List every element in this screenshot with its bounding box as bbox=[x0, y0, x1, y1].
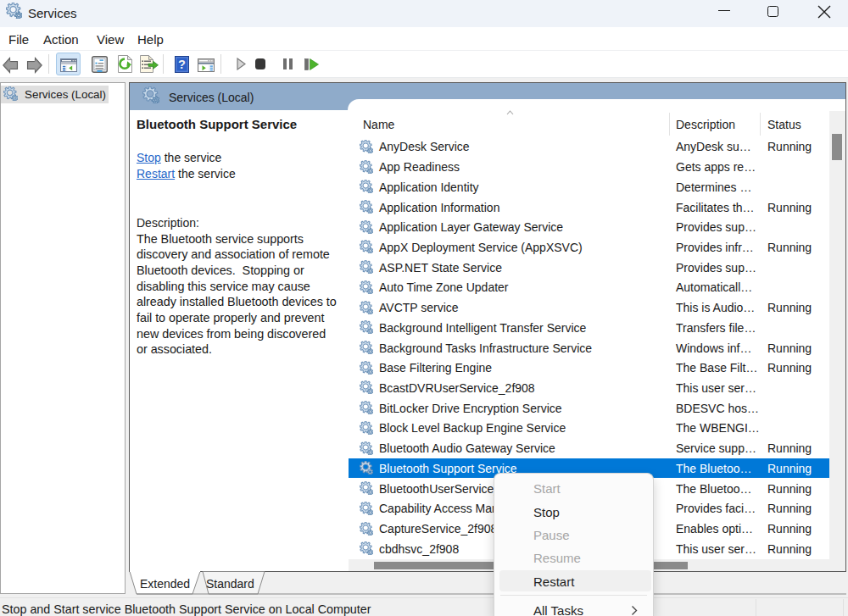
svg-text:?: ? bbox=[178, 58, 186, 71]
